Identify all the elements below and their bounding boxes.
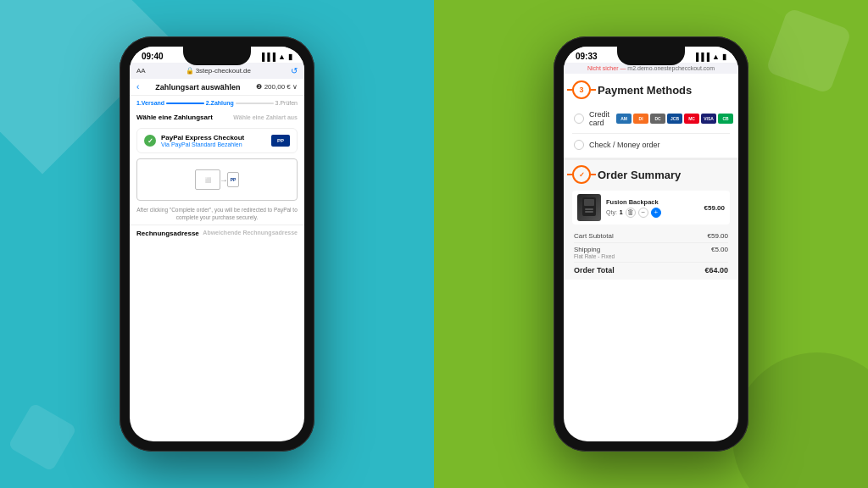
order-summary-section: ✓ Order Summary xyxy=(564,158,738,280)
shipping-sublabel: Flat Rate - Fixed xyxy=(574,253,615,259)
payment-methods-section: 3 Payment Methods Credit card AM DI DC J… xyxy=(564,74,738,158)
payment-divider xyxy=(572,133,730,134)
amex-icon: AM xyxy=(616,114,632,124)
url-right[interactable]: m2.demo.onestepchecckout.com xyxy=(627,65,715,71)
card-icons: AM DI DC JCB MC VISA CB xyxy=(616,114,733,124)
shipping-value: €5.00 xyxy=(711,246,728,259)
payment-section-hint: Wähle eine Zahlart aus xyxy=(233,114,298,120)
secure-label: Nicht sicher — xyxy=(587,65,626,71)
product-info: Fusion Backpack Qty: 1 🗑 − + xyxy=(606,198,699,218)
qty-row: Qty: 1 🗑 − + xyxy=(606,208,699,218)
redirect-illustration: ⬜ → xyxy=(195,169,220,190)
redirect-text: After clicking "Complete order", you wil… xyxy=(130,206,304,221)
product-image xyxy=(577,194,601,221)
nav-header: ‹ Zahlungsart auswählen ❷ 200,00 € ∨ xyxy=(130,79,304,96)
payment-sub[interactable]: Via PayPal Standard Bezahlen xyxy=(161,141,244,147)
url-text[interactable]: 3step-checkout.de xyxy=(196,67,251,75)
order-total-value: €64.00 xyxy=(704,266,728,274)
jcb-icon: JCB xyxy=(667,114,682,124)
battery-icon-right: ▮ xyxy=(722,53,726,61)
cart-subtotal-value: €59.00 xyxy=(708,232,728,240)
step1-label: 1.Versand xyxy=(136,100,164,106)
lock-icon: 🔒 xyxy=(186,67,194,75)
status-icons-right: ▐▐▐ ▲ ▮ xyxy=(693,53,726,61)
steps-bar: 1.Versand 2.Zahlung 3.Prüfen xyxy=(130,96,304,110)
shipping-row: Shipping Flat Rate - Fixed €5.00 xyxy=(574,243,728,263)
status-time-right: 09:33 xyxy=(576,52,598,61)
step-line-1 xyxy=(166,103,204,104)
status-icons-left: ▐▐▐ ▲ ▮ xyxy=(259,53,292,61)
payment-section-title: Wähle eine Zahlungsart xyxy=(136,114,213,121)
credit-card-label: Credit card xyxy=(589,110,609,127)
summary-rows: Cart Subtotal €59.00 Shipping Flat Rate … xyxy=(572,230,730,276)
shipping-label: Shipping xyxy=(574,246,615,253)
right-bg-decoration xyxy=(765,8,853,95)
wifi-icon-right: ▲ xyxy=(712,53,720,61)
product-row: Fusion Backpack Qty: 1 🗑 − + €59.00 xyxy=(572,191,730,225)
qty-value: 1 xyxy=(620,209,623,215)
discover-icon: DI xyxy=(633,114,648,124)
check-money-radio[interactable] xyxy=(574,140,584,150)
redirect-box: ⬜ → PP xyxy=(136,158,298,201)
billing-section[interactable]: Rechnungsadresse Abweichende Rechnungsad… xyxy=(130,225,304,241)
order-total-label: Order Total xyxy=(574,266,615,274)
product-thumbnail xyxy=(577,194,601,221)
svg-rect-3 xyxy=(585,211,593,213)
left-phone: 09:40 ▐▐▐ ▲ ▮ AA 🔒 3step-checkout.de ↺ ‹ xyxy=(120,36,314,452)
step-badge-3: 3 xyxy=(572,80,591,99)
step3-label: 3.Prüfen xyxy=(275,100,298,106)
left-background: 09:40 ▐▐▐ ▲ ▮ AA 🔒 3step-checkout.de ↺ ‹ xyxy=(0,0,434,488)
cart-summary[interactable]: ❷ 200,00 € ∨ xyxy=(256,83,298,91)
browser-aa[interactable]: AA xyxy=(136,67,146,75)
wifi-icon: ▲ xyxy=(278,53,286,61)
billing-hint: Abweichende Rechnungsadresse xyxy=(203,230,298,237)
paypal-redirect-icon: PP xyxy=(227,172,239,187)
left-bg-decoration xyxy=(8,402,77,472)
check-money-label: Check / Money order xyxy=(589,141,660,149)
payment-section-header: Wähle eine Zahlungsart Wähle eine Zahlar… xyxy=(130,110,304,125)
paypal-payment-item[interactable]: ✓ PayPal Express Checkout Via PayPal Sta… xyxy=(136,128,298,153)
step2-label: 2.Zahlung xyxy=(206,100,234,106)
cart-subtotal-label: Cart Subtotal xyxy=(574,232,614,240)
billing-label: Rechnungsadresse xyxy=(136,230,199,237)
step-line-2 xyxy=(236,103,274,104)
right-background: 09:33 ▐▐▐ ▲ ▮ Nicht sicher — m2.demo.one… xyxy=(434,0,868,488)
product-name: Fusion Backpack xyxy=(606,198,699,206)
credit-card-option[interactable]: Credit card AM DI DC JCB MC VISA CB xyxy=(572,106,730,131)
product-price: €59.00 xyxy=(704,204,725,212)
delete-qty-btn[interactable]: 🗑 xyxy=(626,208,636,218)
svg-rect-2 xyxy=(585,208,593,210)
right-phone: 09:33 ▐▐▐ ▲ ▮ Nicht sicher — m2.demo.one… xyxy=(554,36,748,452)
paypal-logo: PP xyxy=(271,135,290,147)
order-summary-title: Order Summary xyxy=(598,169,681,181)
order-total-row: Order Total €64.00 xyxy=(574,263,728,276)
signal-icon: ▐▐▐ xyxy=(259,53,275,61)
qty-label: Qty: xyxy=(606,209,617,215)
phone-notch xyxy=(183,47,251,65)
browser-refresh[interactable]: ↺ xyxy=(291,66,298,75)
cb-icon: CB xyxy=(718,114,733,124)
payment-name: PayPal Express Checkout xyxy=(161,134,244,141)
payment-methods-title: Payment Methods xyxy=(598,84,692,97)
signal-icon-right: ▐▐▐ xyxy=(693,53,709,61)
check-money-option[interactable]: Check / Money order xyxy=(572,136,730,154)
decrease-qty-btn[interactable]: − xyxy=(638,208,648,218)
right-phone-notch xyxy=(617,47,685,65)
page-title: Zahlungsart auswählen xyxy=(155,83,240,92)
browser-url-area: 🔒 3step-checkout.de xyxy=(186,67,251,75)
diners-icon: DC xyxy=(650,114,665,124)
order-summary-title-row: ✓ Order Summary xyxy=(572,165,730,184)
cart-subtotal-row: Cart Subtotal €59.00 xyxy=(574,230,728,243)
mastercard-icon: MC xyxy=(684,114,699,124)
status-time-left: 09:40 xyxy=(142,52,164,61)
increase-qty-btn[interactable]: + xyxy=(651,208,661,218)
payment-title-row: 3 Payment Methods xyxy=(572,80,730,99)
svg-rect-1 xyxy=(584,199,594,206)
battery-icon: ▮ xyxy=(288,53,292,61)
payment-check-icon: ✓ xyxy=(144,135,156,147)
credit-card-radio[interactable] xyxy=(574,114,584,124)
visa-icon: VISA xyxy=(701,114,716,124)
back-button[interactable]: ‹ xyxy=(136,82,139,92)
order-summary-badge: ✓ xyxy=(572,165,591,184)
